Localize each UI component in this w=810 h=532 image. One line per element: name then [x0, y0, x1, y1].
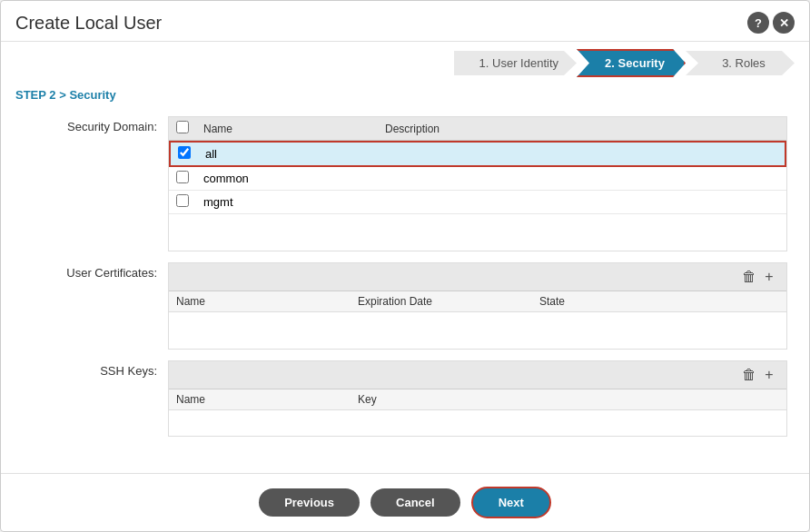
- user-certificates-label: User Certificates:: [23, 262, 168, 350]
- step-3[interactable]: 3. Roles: [686, 51, 795, 75]
- previous-button[interactable]: Previous: [259, 488, 360, 517]
- help-button[interactable]: ?: [747, 12, 769, 34]
- ssh-key-header: Key: [358, 393, 779, 406]
- certificates-empty-area: [169, 312, 786, 349]
- ssh-keys-table: 🗑 + Name Key: [168, 360, 787, 437]
- create-local-user-dialog: Create Local User ? ✕ 1. User Identity 2…: [0, 0, 810, 532]
- select-all-checkbox[interactable]: [176, 121, 189, 133]
- step-1-label: 1. User Identity: [479, 56, 558, 70]
- dialog-header: Create Local User ? ✕: [1, 1, 809, 42]
- user-certificates-section: User Certificates: 🗑 + Name Expiration D…: [23, 262, 787, 350]
- row-all-name: all: [205, 147, 387, 161]
- breadcrumb: STEP 2 > Security: [1, 84, 809, 109]
- step-3-label: 3. Roles: [722, 56, 766, 70]
- table-row: common: [169, 167, 786, 191]
- header-icons: ? ✕: [747, 12, 795, 34]
- add-ssh-key-button[interactable]: +: [759, 365, 779, 385]
- next-button[interactable]: Next: [471, 487, 551, 518]
- table-row: mgmt: [169, 191, 786, 214]
- dialog-footer: Previous Cancel Next: [1, 473, 809, 531]
- security-domain-section: Security Domain: Name Description all: [23, 116, 787, 251]
- security-domain-table: Name Description all common: [168, 116, 787, 251]
- ssh-keys-toolbar: 🗑 +: [169, 361, 786, 389]
- ssh-name-header: Name: [176, 393, 358, 406]
- cert-state-header: State: [539, 295, 676, 308]
- step-2-label: 2. Security: [605, 56, 665, 70]
- ssh-keys-label: SSH Keys:: [23, 360, 168, 437]
- content-area: Security Domain: Name Description all: [1, 109, 809, 473]
- ssh-keys-section: SSH Keys: 🗑 + Name Key: [23, 360, 787, 437]
- empty-rows: [169, 214, 786, 251]
- table-row: all: [169, 141, 786, 167]
- row-mgmt-name: mgmt: [203, 195, 385, 209]
- steps-bar: 1. User Identity 2. Security 3. Roles: [1, 42, 809, 84]
- step-2[interactable]: 2. Security: [577, 49, 686, 77]
- ssh-keys-empty-area: [169, 410, 786, 436]
- certificates-toolbar: 🗑 +: [169, 263, 786, 291]
- row-common-name: common: [203, 172, 385, 185]
- name-col-header: Name: [203, 123, 385, 135]
- delete-certificate-button[interactable]: 🗑: [739, 267, 759, 287]
- cancel-button[interactable]: Cancel: [370, 488, 460, 517]
- cert-name-header: Name: [176, 295, 358, 308]
- security-domain-table-header: Name Description: [169, 117, 786, 141]
- row-common-checkbox[interactable]: [176, 171, 189, 183]
- close-button[interactable]: ✕: [773, 12, 795, 34]
- security-domain-label: Security Domain:: [23, 116, 168, 251]
- dialog-title: Create Local User: [15, 13, 162, 34]
- row-mgmt-checkbox[interactable]: [176, 194, 189, 207]
- user-certificates-table: 🗑 + Name Expiration Date State: [168, 262, 787, 350]
- delete-ssh-key-button[interactable]: 🗑: [739, 365, 759, 385]
- desc-col-header: Description: [385, 123, 779, 135]
- step-1[interactable]: 1. User Identity: [454, 51, 577, 75]
- row-all-checkbox[interactable]: [178, 146, 191, 159]
- certificates-col-headers: Name Expiration Date State: [169, 291, 786, 312]
- ssh-col-headers: Name Key: [169, 389, 786, 410]
- cert-exp-header: Expiration Date: [358, 295, 539, 308]
- add-certificate-button[interactable]: +: [759, 267, 779, 287]
